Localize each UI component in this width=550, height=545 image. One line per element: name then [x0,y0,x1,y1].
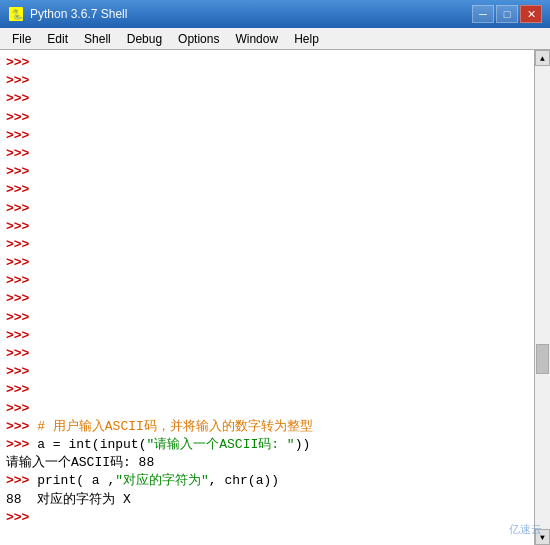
scroll-up-btn[interactable]: ▲ [535,50,550,66]
empty-prompt-20: >>> [6,400,528,418]
empty-prompt-3: >>> [6,90,528,108]
title-bar: 🐍 Python 3.6.7 Shell ─ □ ✕ [0,0,550,28]
scrollbar-track[interactable] [535,66,550,529]
scroll-down-btn[interactable]: ▼ [535,529,550,545]
scrollbar: ▲ ▼ [534,50,550,545]
menu-help[interactable]: Help [286,30,327,48]
empty-prompt-6: >>> [6,145,528,163]
empty-prompt-10: >>> [6,218,528,236]
code-print-chr: , chr(a)) [209,472,279,490]
svg-text:🐍: 🐍 [11,8,23,21]
scrollbar-thumb[interactable] [536,344,549,374]
shell-content[interactable]: >>> >>> >>> >>> >>> >>> >>> >>> >>> >>> … [0,50,534,545]
code-input: a = int(input( [37,436,146,454]
code-line-input: >>> a = int(input("请输入一个ASCII码: ")) [6,436,528,454]
prompt-print: >>> [6,472,37,490]
menu-shell[interactable]: Shell [76,30,119,48]
empty-prompt-5: >>> [6,127,528,145]
code-input-close: )) [295,436,311,454]
empty-prompt-8: >>> [6,181,528,199]
empty-prompt-11: >>> [6,236,528,254]
final-prompt[interactable]: >>> [6,509,528,527]
main-area: >>> >>> >>> >>> >>> >>> >>> >>> >>> >>> … [0,50,550,545]
code-print: print( a , [37,472,115,490]
prompt-input: >>> [6,436,37,454]
menu-options[interactable]: Options [170,30,227,48]
menu-debug[interactable]: Debug [119,30,170,48]
string-input: "请输入一个ASCII码: " [146,436,294,454]
close-button[interactable]: ✕ [520,5,542,23]
menu-bar: File Edit Shell Debug Options Window Hel… [0,28,550,50]
string-print: "对应的字符为" [115,472,209,490]
empty-prompt-1: >>> [6,54,528,72]
empty-prompt-15: >>> [6,309,528,327]
title-bar-text: Python 3.6.7 Shell [30,7,472,21]
empty-prompt-13: >>> [6,272,528,290]
empty-prompt-17: >>> [6,345,528,363]
window-controls: ─ □ ✕ [472,5,542,23]
empty-prompt-4: >>> [6,109,528,127]
output-line-result: 88 对应的字符为 X [6,491,528,509]
output-line-prompt: 请输入一个ASCII码: 88 [6,454,528,472]
empty-prompt-9: >>> [6,200,528,218]
empty-prompt-2: >>> [6,72,528,90]
empty-prompt-7: >>> [6,163,528,181]
prompt-comment: >>> [6,418,37,436]
empty-prompt-12: >>> [6,254,528,272]
app-icon: 🐍 [8,6,24,22]
code-line-print: >>> print( a ,"对应的字符为", chr(a)) [6,472,528,490]
code-line-comment: >>> # 用户输入ASCII码，并将输入的数字转为整型 [6,418,528,436]
minimize-button[interactable]: ─ [472,5,494,23]
empty-prompt-16: >>> [6,327,528,345]
empty-prompt-18: >>> [6,363,528,381]
empty-prompt-14: >>> [6,290,528,308]
empty-prompt-19: >>> [6,381,528,399]
menu-window[interactable]: Window [227,30,286,48]
menu-file[interactable]: File [4,30,39,48]
maximize-button[interactable]: □ [496,5,518,23]
menu-edit[interactable]: Edit [39,30,76,48]
comment-content: # 用户输入ASCII码，并将输入的数字转为整型 [37,418,313,436]
